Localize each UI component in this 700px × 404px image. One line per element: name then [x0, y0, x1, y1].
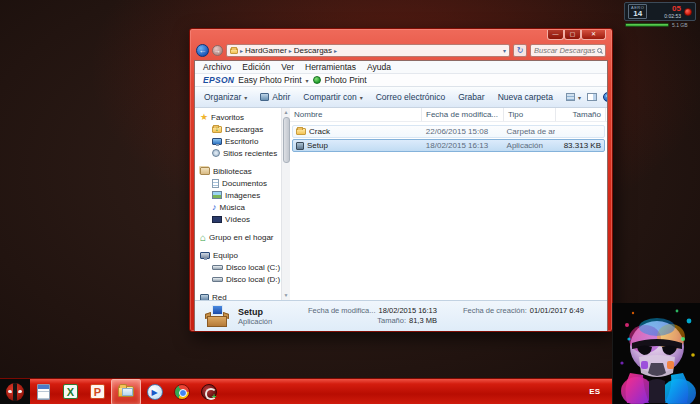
- open-button[interactable]: Abrir: [260, 92, 290, 102]
- taskbar-item-chrome[interactable]: [168, 379, 195, 404]
- sidebar-item-imagenes[interactable]: Imágenes: [200, 189, 281, 201]
- hard-drive-icon: [212, 265, 223, 270]
- minimize-button[interactable]: —: [547, 30, 564, 40]
- open-label: Abrir: [272, 92, 290, 102]
- details-created-label: Fecha de creación:: [463, 306, 527, 316]
- search-icon: [597, 48, 602, 53]
- favorites-section: ★ Favoritos Descargas Escritorio: [200, 111, 281, 159]
- command-bar: Organizar ▾ Abrir Compartir con ▾ Correo…: [195, 87, 607, 108]
- menu-ayuda[interactable]: Ayuda: [367, 62, 391, 72]
- share-with-button[interactable]: Compartir con ▾: [303, 92, 362, 102]
- sidebar-item-disco-c[interactable]: Disco local (C:): [200, 261, 281, 273]
- details-modified-label: Fecha de modifica...: [308, 306, 376, 316]
- back-button[interactable]: ←: [196, 44, 209, 57]
- language-indicator[interactable]: ES: [579, 387, 610, 396]
- help-button[interactable]: ?: [603, 92, 608, 102]
- maximize-button[interactable]: ▢: [564, 30, 581, 40]
- close-button[interactable]: ✕: [581, 30, 606, 40]
- media-player-icon: ▶: [147, 384, 163, 400]
- taskbar-item-download-manager[interactable]: [195, 379, 222, 404]
- sidebar-item-escritorio[interactable]: Escritorio: [200, 135, 281, 147]
- sidebar-item-red[interactable]: Red: [200, 291, 281, 300]
- breadcrumb-segment-hardgamer[interactable]: HardGamer: [245, 46, 287, 55]
- menu-herramientas[interactable]: Herramientas: [305, 62, 356, 72]
- file-type: Aplicación: [504, 141, 555, 150]
- preview-pane-button[interactable]: [587, 93, 597, 101]
- column-headers: Nombre Fecha de modifica... Tipo Tamaño: [290, 108, 607, 122]
- chevron-down-icon[interactable]: ▾: [306, 77, 309, 84]
- details-file-name: Setup: [238, 307, 300, 317]
- file-row-setup[interactable]: Setup 18/02/2015 16:13 Aplicación 83.313…: [292, 139, 605, 152]
- sidebar-item-bibliotecas[interactable]: Bibliotecas: [200, 165, 281, 177]
- screen-recorder-hud: AERO 14 05 0:02:53 5.1 GB: [624, 2, 696, 28]
- file-type: Carpeta de archivos: [504, 127, 555, 136]
- epson-photo-print-button[interactable]: Photo Print: [325, 75, 367, 85]
- forward-button[interactable]: →: [212, 45, 223, 56]
- column-header-nombre[interactable]: Nombre: [290, 108, 422, 121]
- sidebar-item-musica[interactable]: ♪ Música: [200, 201, 281, 213]
- breadcrumb-segment-descargas[interactable]: Descargas: [294, 46, 332, 55]
- red-label: Red: [212, 293, 227, 301]
- recorder-bar-row: 5.1 GB: [624, 22, 696, 28]
- menu-archivo[interactable]: Archivo: [203, 62, 231, 72]
- musica-label: Música: [220, 203, 245, 212]
- chevron-down-icon: ▾: [360, 94, 363, 101]
- burn-label: Grabar: [458, 92, 484, 102]
- organize-button[interactable]: Organizar ▾: [204, 92, 247, 102]
- file-row-crack[interactable]: Crack 22/06/2015 15:08 Carpeta de archiv…: [292, 125, 605, 138]
- sidebar-item-descargas[interactable]: Descargas: [200, 123, 281, 135]
- sidebar-item-favoritos[interactable]: ★ Favoritos: [200, 111, 281, 123]
- burn-button[interactable]: Grabar: [458, 92, 484, 102]
- breadcrumb[interactable]: ▸ HardGamer ▸ Descargas ▸ ▾: [226, 44, 510, 57]
- address-dropdown-icon[interactable]: ▾: [503, 47, 506, 54]
- sidebar-scrollbar[interactable]: ▲ ▼: [281, 108, 290, 300]
- details-size-label: Tamaño:: [377, 316, 406, 326]
- menu-edicion[interactable]: Edición: [242, 62, 270, 72]
- taskbar-item-explorer-active[interactable]: [111, 379, 141, 404]
- taskbar-item-media-player[interactable]: ▶: [141, 379, 168, 404]
- file-name: Crack: [309, 127, 330, 136]
- column-header-fecha[interactable]: Fecha de modifica...: [422, 108, 504, 121]
- sidebar-item-disco-d[interactable]: Disco local (D:): [200, 273, 281, 285]
- deadpool-start-icon: [6, 383, 24, 401]
- record-indicator-icon[interactable]: [684, 8, 692, 16]
- breadcrumb-separator: ▸: [289, 47, 292, 54]
- menu-ver[interactable]: Ver: [281, 62, 294, 72]
- chevron-down-icon: ▾: [244, 94, 247, 101]
- search-input[interactable]: [534, 46, 597, 55]
- email-button[interactable]: Correo electrónico: [376, 92, 445, 102]
- scroll-down-icon[interactable]: ▼: [284, 291, 289, 300]
- stormtrooper-art: [613, 303, 700, 404]
- sidebar-item-documentos[interactable]: Documentos: [200, 177, 281, 189]
- powerpoint-icon: P: [90, 384, 105, 399]
- epson-toolbar: EPSON Easy Photo Print ▾ Photo Print: [195, 74, 607, 87]
- details-pane: Setup Aplicación Fecha de modifica... 18…: [195, 300, 607, 331]
- hard-drive-icon: [212, 277, 223, 282]
- new-folder-button[interactable]: Nueva carpeta: [498, 92, 553, 102]
- change-view-button[interactable]: ▾: [566, 93, 581, 101]
- start-button[interactable]: [0, 379, 30, 404]
- details-created-value: 01/01/2017 6:49: [530, 306, 584, 316]
- column-header-tipo[interactable]: Tipo: [504, 108, 556, 121]
- epson-easy-photo-print-menu[interactable]: Easy Photo Print: [238, 75, 301, 85]
- new-folder-label: Nueva carpeta: [498, 92, 553, 102]
- scroll-up-icon[interactable]: ▲: [284, 108, 289, 117]
- libraries-section: Bibliotecas Documentos Imágenes ♪ Mú: [200, 165, 281, 225]
- details-col-2: Fecha de creación: 01/01/2017 6:49: [463, 306, 584, 326]
- search-box[interactable]: [530, 44, 606, 57]
- taskbar-item-powerpoint[interactable]: P: [84, 379, 111, 404]
- sidebar-item-sitios-recientes[interactable]: Sitios recientes: [200, 147, 281, 159]
- taskbar-item-word-document[interactable]: [30, 379, 57, 404]
- taskbar-item-excel[interactable]: X: [57, 379, 84, 404]
- star-icon: ★: [200, 113, 208, 122]
- refresh-button[interactable]: ↻: [513, 44, 527, 57]
- scrollbar-thumb[interactable]: [283, 117, 290, 163]
- sidebar-item-grupo-hogar[interactable]: ⌂ Grupo en el hogar: [200, 231, 281, 243]
- sidebar-item-videos[interactable]: Vídeos: [200, 213, 281, 225]
- sidebar-item-equipo[interactable]: Equipo: [200, 249, 281, 261]
- column-header-tamano[interactable]: Tamaño: [556, 108, 606, 121]
- explorer-main: ★ Favoritos Descargas Escritorio: [195, 108, 607, 300]
- breadcrumb-separator: ▸: [334, 47, 337, 54]
- details-col-1: Fecha de modifica... 18/02/2015 16:13 Ta…: [308, 306, 437, 326]
- title-bar[interactable]: — ▢ ✕: [190, 29, 612, 41]
